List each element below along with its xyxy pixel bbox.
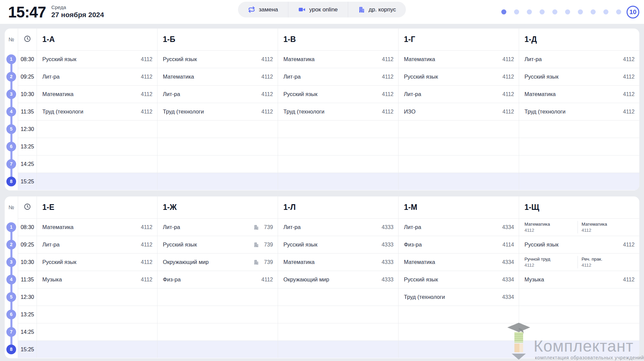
class-header: 1-Г [398, 29, 519, 50]
lesson-cell-empty [519, 323, 639, 341]
lesson-cell-empty [278, 341, 398, 358]
subject-label: Физ-ра [404, 241, 500, 248]
video-icon [298, 6, 306, 13]
subject-label: Лит-ра [163, 91, 259, 97]
lesson-number-badge: 4 [6, 275, 16, 284]
pagination-dot[interactable] [552, 9, 557, 14]
current-time: 15:47 [8, 4, 46, 20]
lesson-cell: Труд (технологи4112 [37, 103, 157, 120]
time-cell: 13:25 [18, 138, 37, 155]
lesson-cell-empty [278, 138, 398, 155]
lesson-cell: Лит-ра739 [157, 218, 278, 236]
subject-label: Труд (технологи [404, 294, 499, 300]
time-cell: 13:25 [18, 306, 37, 323]
class-header: 1-Б [157, 29, 278, 50]
lesson-cell: Русский язык4112 [519, 68, 639, 85]
room-number: 4112 [623, 56, 635, 62]
class-header: 1-Д [519, 29, 639, 50]
lesson-cell-empty [37, 306, 157, 323]
pagination-dot[interactable] [514, 9, 519, 14]
page-countdown-counter: 10 [627, 6, 639, 18]
lesson-cell: Русский язык4333 [278, 236, 398, 253]
lesson-cell: Русский язык4112 [157, 50, 278, 68]
lesson-cell-empty [398, 306, 519, 323]
lesson-cell-empty [37, 323, 157, 341]
lesson-cell-split: Ручной труд4112Реч. прак.4112 [519, 253, 639, 271]
subject-label: Труд (технологи [42, 108, 138, 115]
pagination-dot[interactable] [565, 9, 570, 14]
lesson-cell-empty [519, 173, 639, 190]
building-icon [358, 6, 365, 13]
lesson-cell: Русский язык4334 [398, 271, 519, 288]
room-number: 4112 [262, 56, 273, 62]
pagination-dot[interactable] [591, 9, 596, 14]
room-number: 4112 [141, 277, 152, 283]
subject-label: Музыка [42, 276, 138, 283]
room-number: 739 [264, 242, 273, 248]
room-number: 4334 [502, 294, 514, 300]
subject-label: Лит-ра [42, 241, 138, 248]
room-number: 4112 [623, 91, 635, 97]
lesson-cell: Физ-ра4114 [398, 236, 519, 253]
room-number: 4333 [381, 277, 394, 283]
legend-item-online-lesson[interactable]: урок online [288, 2, 348, 17]
lesson-cell-empty [157, 120, 278, 138]
subject-label: Математика [524, 221, 578, 227]
pagination-dot[interactable] [578, 9, 583, 14]
lesson-cell: Математика4334 [398, 253, 519, 271]
room-number: 4112 [503, 56, 514, 62]
lesson-cell: Окружающий мир739 [157, 253, 278, 271]
room-number: 4112 [382, 109, 394, 115]
room-number: 4112 [524, 262, 578, 268]
subject-label: Труд (технологи [283, 108, 379, 115]
room-number: 4112 [141, 242, 152, 248]
pagination-dot[interactable] [616, 9, 621, 14]
subject-label: Лит-ра [283, 74, 379, 80]
room-number: 4112 [623, 74, 635, 80]
time-cell: 08:30 [18, 218, 37, 236]
pagination-dot[interactable] [527, 9, 532, 14]
lesson-subcell: Математика4112 [578, 221, 635, 233]
subject-label: Математика [163, 74, 259, 80]
lesson-cell: Математика4112 [398, 50, 519, 68]
room-number: 4333 [381, 242, 394, 248]
lesson-cell: Окружающий мир4333 [278, 271, 398, 288]
other-building-icon [254, 225, 259, 230]
subject-label: Математика [283, 259, 379, 265]
room-number: 4112 [141, 109, 152, 115]
lesson-cell-empty [37, 341, 157, 358]
lesson-cell: Русский язык4112 [278, 85, 398, 103]
pagination-dot[interactable] [501, 9, 506, 14]
subject-label: Математика [582, 221, 635, 227]
time-cell: 11:35 [18, 271, 37, 288]
top-bar: 15:47 Среда 27 ноября 2024 замена ур [0, 0, 644, 24]
lesson-cell: Лит-ра4112 [278, 68, 398, 85]
lesson-cell-empty [278, 288, 398, 306]
room-number: 4112 [623, 109, 635, 115]
class-header: 1-Ж [157, 196, 278, 218]
room-number: 739 [264, 259, 273, 265]
lesson-cell-split: Математика4112Математика4112 [519, 218, 639, 236]
pagination-dot[interactable] [603, 9, 608, 14]
subject-label: Физ-ра [163, 276, 259, 283]
lesson-cell: Труд (технологи4112 [278, 103, 398, 120]
room-number: 4112 [141, 91, 152, 97]
legend-item-other-building[interactable]: др. корпус [348, 2, 406, 17]
legend-item-substitution[interactable]: замена [238, 2, 288, 17]
time-cell: 15:25 [18, 341, 37, 358]
lesson-cell: Лит-ра4334 [398, 218, 519, 236]
lesson-cell-empty [398, 120, 519, 138]
room-number: 4333 [381, 224, 394, 230]
lesson-cell-empty [157, 138, 278, 155]
room-number: 4112 [382, 91, 394, 97]
lesson-number-badge: 7 [6, 327, 16, 337]
lesson-number-badge: 2 [6, 72, 16, 82]
lesson-cell-empty [398, 155, 519, 173]
lesson-cell: Физ-ра4112 [157, 271, 278, 288]
lesson-number-badge: 2 [6, 240, 16, 250]
pagination-dot[interactable] [540, 9, 545, 14]
lesson-subcell: Реч. прак.4112 [578, 256, 635, 268]
lesson-cell-empty [157, 341, 278, 358]
subject-label: Лит-ра [404, 91, 500, 97]
subject-label: Русский язык [42, 56, 138, 62]
